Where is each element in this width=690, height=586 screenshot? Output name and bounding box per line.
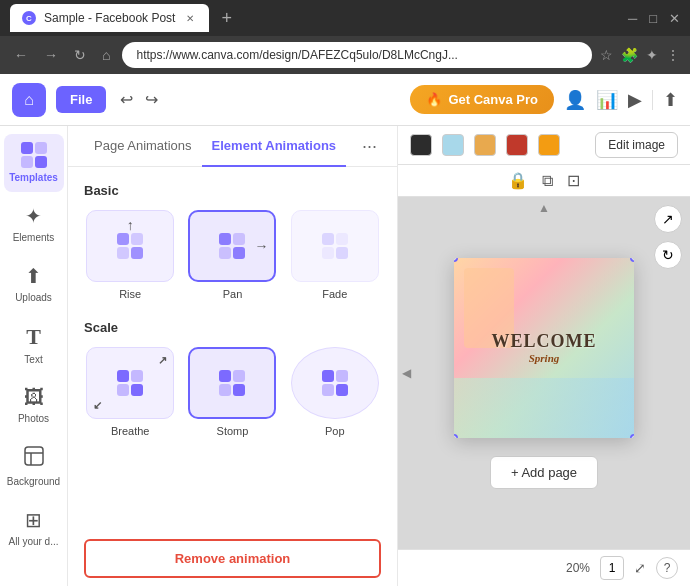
fade-thumb [291,210,379,282]
remove-animation-button[interactable]: Remove animation [84,539,381,578]
maximize-button[interactable]: □ [649,11,657,26]
canva-pro-button[interactable]: 🔥 Get Canva Pro [410,85,554,114]
panel-more-button[interactable]: ··· [358,126,381,166]
pan-thumb: → [188,210,276,282]
lock-icon[interactable]: 🔒 [508,171,528,190]
design-canvas[interactable]: WELCOME Spring [454,258,634,438]
pan-label: Pan [223,288,243,300]
breathe-thumb: ↗ ↙ [86,347,174,419]
add-page-button[interactable]: + Add page [490,456,598,489]
animations-panel: Page Animations Element Animations ··· B… [68,126,398,586]
uploads-icon: ⬆ [25,264,42,288]
background-label: Background [7,476,60,488]
header-divider [652,90,653,110]
home-button[interactable]: ⌂ [12,83,46,117]
sidebar-item-photos[interactable]: 🖼 Photos [4,378,64,433]
reload-button[interactable]: ↻ [70,45,90,65]
rise-label: Rise [119,288,141,300]
scale-animations-grid: ↗ ↙ Breathe Stomp Pop [84,347,381,437]
canva-header: ⌂ File ↩ ↪ 🔥 Get Canva Pro 👤 📊 ▶ ⬆ [0,74,690,126]
basic-animations-grid: ↑ Rise → Pan Fade [84,210,381,300]
sidebar-item-uploads[interactable]: ⬆ Uploads [4,256,64,312]
expand-icon[interactable]: ⊡ [567,171,580,190]
canva-extension-icon[interactable]: ✦ [646,47,658,63]
scroll-left-icon[interactable]: ◀ [402,366,411,380]
animation-fade[interactable]: Fade [289,210,381,300]
undo-button[interactable]: ↩ [116,86,137,113]
browser-menu-icon[interactable]: ⋮ [666,47,680,63]
color-swatch-yellow[interactable] [538,134,560,156]
spring-text: Spring [529,352,560,364]
sidebar-item-background[interactable]: Background [4,437,64,496]
copy-icon[interactable]: ⧉ [542,172,553,190]
bookmark-icon[interactable]: ☆ [600,47,613,63]
share-people-icon[interactable]: 👤 [564,89,586,111]
share-icon[interactable]: ⬆ [663,89,678,111]
welcome-text: WELCOME [491,331,596,352]
tab-page-animations[interactable]: Page Animations [84,126,202,167]
photos-label: Photos [18,413,49,425]
tab-close-button[interactable]: ✕ [183,11,197,25]
animation-rise[interactable]: ↑ Rise [84,210,176,300]
browser-tab[interactable]: C Sample - Facebook Post ✕ [10,4,209,32]
templates-label: Templates [9,172,58,184]
fire-icon: 🔥 [426,92,442,107]
sidebar-item-all[interactable]: ⊞ All your d... [4,500,64,556]
panel-tabs: Page Animations Element Animations ··· [68,126,397,167]
panel-content: Basic ↑ Rise → Pan [68,167,397,531]
analytics-icon[interactable]: 📊 [596,89,618,111]
address-input[interactable] [122,42,592,68]
back-button[interactable]: ← [10,45,32,65]
color-swatch-orange[interactable] [474,134,496,156]
animation-breathe[interactable]: ↗ ↙ Breathe [84,347,176,437]
zoom-level: 20% [566,561,590,575]
resize-corner-button[interactable]: ↗ [654,205,682,233]
home-nav-button[interactable]: ⌂ [98,45,114,65]
scale-section-title: Scale [84,320,381,335]
basic-section-title: Basic [84,183,381,198]
stomp-label: Stomp [217,425,249,437]
fullscreen-button[interactable]: ⤢ [634,560,646,576]
elements-label: Elements [13,232,55,244]
handle-br[interactable] [630,434,634,438]
page-number-box[interactable]: 1 [600,556,624,580]
refresh-button[interactable]: ↻ [654,241,682,269]
sidebar-item-templates[interactable]: Templates [4,134,64,192]
tab-title: Sample - Facebook Post [44,11,175,25]
canvas-main[interactable]: ▲ ◀ WELCOME Spring + Add [398,197,690,549]
forward-button[interactable]: → [40,45,62,65]
edit-image-button[interactable]: Edit image [595,132,678,158]
canva-pro-label: Get Canva Pro [448,92,538,107]
sidebar-item-elements[interactable]: ✦ Elements [4,196,64,252]
minimize-button[interactable]: ─ [628,11,637,26]
stomp-thumb [188,347,276,419]
animation-pan[interactable]: → Pan [186,210,278,300]
templates-icon [21,142,47,168]
canvas-toolbar: Edit image [398,126,690,165]
browser-titlebar: C Sample - Facebook Post ✕ + ─ □ ✕ [0,0,690,36]
handle-tr[interactable] [630,258,634,262]
breathe-label: Breathe [111,425,150,437]
all-label: All your d... [8,536,58,548]
animation-pop[interactable]: Pop [289,347,381,437]
extensions-icon[interactable]: 🧩 [621,47,638,63]
file-button[interactable]: File [56,86,106,113]
text-icon: T [26,324,41,350]
help-button[interactable]: ? [656,557,678,579]
pop-label: Pop [325,425,345,437]
color-swatch-black[interactable] [410,134,432,156]
rise-thumb: ↑ [86,210,174,282]
new-tab-button[interactable]: + [221,8,232,29]
sidebar-item-text[interactable]: T Text [4,316,64,374]
color-swatch-blue[interactable] [442,134,464,156]
svg-rect-0 [25,447,43,465]
tab-element-animations[interactable]: Element Animations [202,126,346,167]
close-window-button[interactable]: ✕ [669,11,680,26]
left-sidebar: Templates ✦ Elements ⬆ Uploads T Text 🖼 … [0,126,68,586]
text-label: Text [24,354,42,366]
play-button[interactable]: ▶ [628,89,642,111]
redo-button[interactable]: ↪ [141,86,162,113]
animation-stomp[interactable]: Stomp [186,347,278,437]
color-swatch-red[interactable] [506,134,528,156]
scroll-up-icon[interactable]: ▲ [538,201,550,215]
